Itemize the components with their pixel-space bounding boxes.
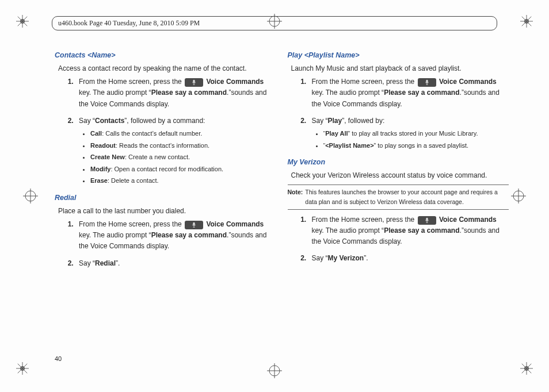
svg-point-23 — [513, 191, 524, 201]
crop-ornament-icon — [16, 362, 29, 377]
crop-ornament-icon — [16, 15, 29, 30]
redial-intro: Place a call to the last number you dial… — [58, 206, 276, 217]
contacts-step-2: Say “Contacts”, followed by a command: C… — [75, 116, 276, 186]
registration-mark-icon — [511, 189, 526, 203]
redial-steps: From the Home screen, press the Voice Co… — [55, 219, 276, 269]
verizon-step-1: From the Home screen, press the Voice Co… — [308, 214, 509, 248]
list-item: Erase: Delete a contact. — [90, 176, 276, 186]
list-item: “<Playlist Name>” to play songs in a sav… — [323, 141, 509, 151]
heading-play: Play <Playlist Name> — [288, 49, 509, 61]
verizon-steps: From the Home screen, press the Voice Co… — [288, 214, 509, 264]
play-subcommands: “Play All” to play all tracks stored in … — [312, 129, 509, 151]
page-body: Contacts <Name> Access a contact record … — [55, 47, 509, 352]
registration-mark-icon — [23, 189, 38, 203]
play-step-2: Say “Play”, followed by: “Play All” to p… — [308, 116, 509, 151]
svg-rect-35 — [193, 222, 195, 226]
list-item: Call: Calls the contact’s default number… — [90, 129, 276, 139]
crop-ornament-icon — [520, 15, 533, 30]
svg-rect-38 — [426, 80, 428, 83]
redial-step-1: From the Home screen, press the Voice Co… — [75, 219, 276, 252]
framemaker-header-bar: u460.book Page 40 Tuesday, June 8, 2010 … — [52, 16, 497, 30]
note-label: Note: — [288, 187, 303, 207]
voice-commands-key-icon — [418, 78, 436, 87]
heading-contacts: Contacts <Name> — [55, 49, 276, 61]
play-intro: Launch My Music and start playback of a … — [291, 63, 509, 74]
right-column: Play <Playlist Name> Launch My Music and… — [288, 47, 509, 352]
contacts-subcommands: Call: Calls the contact’s default number… — [79, 129, 276, 186]
voice-commands-key-icon — [418, 216, 436, 225]
page-number: 40 — [55, 355, 62, 362]
verizon-step-2: Say “My Verizon”. — [308, 253, 509, 264]
voice-commands-key-icon — [185, 221, 203, 229]
registration-mark-icon — [267, 363, 282, 378]
verizon-intro: Check your Verizon Wireless account stat… — [291, 170, 509, 181]
play-steps: From the Home screen, press the Voice Co… — [288, 76, 509, 151]
contacts-steps: From the Home screen, press the Voice Co… — [55, 76, 276, 186]
list-item: Modify: Open a contact record for modifi… — [90, 164, 276, 175]
svg-point-29 — [269, 366, 280, 376]
left-column: Contacts <Name> Access a contact record … — [55, 47, 276, 352]
framemaker-header-text: u460.book Page 40 Tuesday, June 8, 2010 … — [58, 19, 200, 27]
crop-ornament-icon — [520, 362, 533, 377]
note-text: This features launches the browser to yo… — [305, 187, 509, 207]
contacts-step-1: From the Home screen, press the Voice Co… — [75, 76, 276, 110]
list-item: “Play All” to play all tracks stored in … — [323, 129, 509, 139]
heading-redial: Redial — [55, 192, 276, 203]
heading-my-verizon: My Verizon — [288, 156, 509, 168]
play-step-1: From the Home screen, press the Voice Co… — [308, 76, 509, 110]
svg-rect-41 — [426, 218, 428, 221]
voice-commands-key-icon — [185, 78, 203, 87]
list-item: Readout: Reads the contact’s information… — [90, 141, 276, 151]
svg-point-20 — [25, 191, 36, 201]
note-box: Note: This features launches the browser… — [288, 185, 509, 210]
contacts-intro: Access a contact record by speaking the … — [58, 63, 276, 74]
list-item: Create New: Create a new contact. — [90, 152, 276, 163]
redial-step-2: Say “Redial”. — [75, 258, 276, 269]
svg-rect-32 — [193, 80, 195, 83]
